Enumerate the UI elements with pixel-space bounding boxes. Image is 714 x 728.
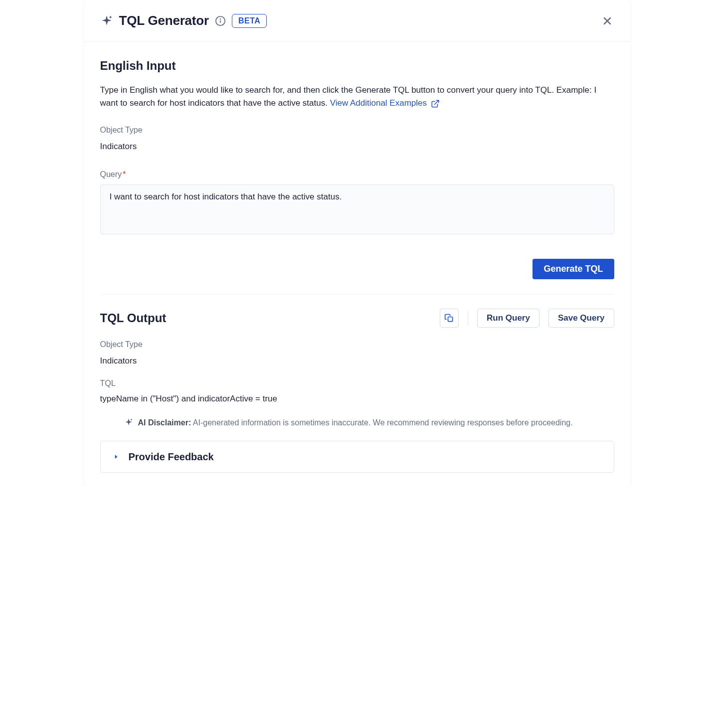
run-query-button[interactable]: Run Query — [477, 309, 539, 328]
query-label-row: Query * — [100, 169, 614, 181]
copy-button[interactable] — [440, 309, 459, 328]
view-examples-link[interactable]: View Additional Examples — [330, 97, 440, 110]
external-link-icon — [431, 99, 440, 108]
disclaimer-text-wrap: AI Disclaimer: AI-generated information … — [138, 417, 573, 429]
copy-icon — [444, 313, 454, 323]
tql-generator-panel: TQL Generator BETA English Input Type in… — [84, 0, 630, 486]
sparkle-icon — [124, 418, 133, 427]
title-wrap: TQL Generator BETA — [100, 11, 267, 30]
page-title: TQL Generator — [119, 11, 209, 30]
english-input-heading: English Input — [100, 57, 614, 75]
link-text: View Additional Examples — [330, 97, 427, 110]
disclaimer-bold: AI Disclaimer: — [138, 418, 191, 427]
query-input[interactable] — [100, 184, 614, 234]
object-type-value: Indicators — [100, 140, 614, 153]
output-object-type-value: Indicators — [100, 355, 614, 367]
section-divider — [100, 294, 614, 295]
svg-line-5 — [435, 100, 439, 104]
output-actions: Run Query Save Query — [440, 309, 614, 328]
close-button[interactable] — [600, 14, 614, 28]
required-indicator: * — [123, 169, 126, 181]
feedback-label: Provide Feedback — [129, 449, 214, 464]
tql-label: TQL — [100, 377, 614, 389]
output-object-type-label: Object Type — [100, 339, 614, 351]
svg-point-2 — [220, 18, 220, 19]
object-type-label: Object Type — [100, 124, 614, 136]
input-description: Type in English what you would like to s… — [100, 84, 614, 110]
vertical-separator — [468, 311, 468, 326]
output-header: TQL Output Run Query Save Query — [100, 309, 614, 328]
panel-body: English Input Type in English what you w… — [84, 42, 630, 486]
tql-value: typeName in ("Host") and indicatorActive… — [100, 392, 614, 405]
save-query-button[interactable]: Save Query — [548, 309, 614, 328]
close-icon — [601, 15, 613, 27]
tql-output-heading: TQL Output — [100, 309, 167, 327]
ai-disclaimer: AI Disclaimer: AI-generated information … — [100, 417, 614, 429]
panel-header: TQL Generator BETA — [84, 0, 630, 42]
disclaimer-body: AI-generated information is sometimes in… — [191, 418, 572, 427]
generate-tql-button[interactable]: Generate TQL — [533, 259, 614, 279]
provide-feedback-accordion[interactable]: Provide Feedback — [100, 441, 614, 473]
chevron-right-icon — [113, 453, 120, 460]
input-actions: Generate TQL — [100, 259, 614, 279]
query-label: Query — [100, 169, 122, 181]
beta-badge: BETA — [232, 14, 267, 28]
sparkle-icon — [100, 14, 113, 27]
svg-rect-6 — [448, 317, 453, 322]
info-icon[interactable] — [215, 15, 226, 26]
